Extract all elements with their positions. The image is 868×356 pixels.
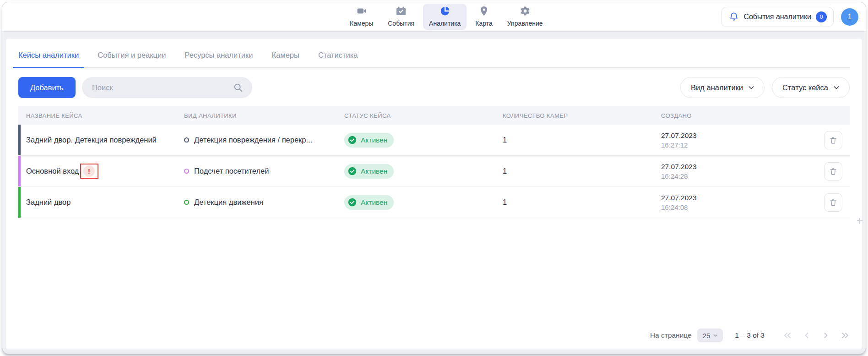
status-label: Активен — [361, 198, 387, 207]
main-navigation: Камеры События Аналитика Карта — [344, 2, 549, 31]
check-circle-icon — [347, 197, 357, 207]
column-header-created: СОЗДАНО — [653, 112, 824, 119]
search-box — [82, 77, 252, 98]
delete-case-button[interactable] — [824, 162, 842, 181]
case-name: Основной вход — [26, 167, 79, 175]
search-icon[interactable] — [233, 82, 243, 94]
add-button[interactable]: Добавить — [18, 77, 76, 98]
toolbar: Добавить Вид аналитики Статус кейса — [18, 77, 850, 98]
map-pin-icon — [478, 5, 489, 18]
analytics-type-ring-icon — [184, 200, 189, 205]
status-badge: Активен — [344, 195, 394, 210]
created-date: 27.07.2023 — [661, 131, 697, 140]
top-bar-right: События аналитики 0 1 — [721, 2, 858, 31]
last-page-button[interactable] — [841, 331, 850, 340]
case-name: Задний двор. Детекция повреждений — [26, 136, 157, 144]
tab-bar: Кейсы аналитики События и реакции Ресурс… — [18, 38, 850, 68]
pagers — [783, 331, 850, 340]
nav-item-cameras[interactable]: Камеры — [344, 4, 379, 30]
tab-cameras[interactable]: Камеры — [272, 51, 299, 67]
analytics-type-label: Подсчет посетителей — [194, 167, 269, 175]
error-exclamation-icon: ! — [83, 165, 95, 177]
nav-label: Карта — [475, 20, 492, 27]
status-badge: Активен — [344, 133, 394, 148]
events-button-label: События аналитики — [743, 13, 811, 21]
table-row[interactable]: Основной вход ! Подсчет посетителей Акти… — [18, 156, 850, 187]
per-page-select[interactable]: 25 — [697, 329, 723, 342]
nav-item-events[interactable]: События — [382, 4, 420, 30]
top-bar: Камеры События Аналитика Карта — [2, 2, 866, 32]
trash-icon — [829, 136, 837, 144]
content-card: Кейсы аналитики События и реакции Ресурс… — [5, 38, 863, 350]
case-name: Задний двор — [26, 198, 71, 207]
status-badge: Активен — [344, 164, 394, 179]
delete-case-button[interactable] — [824, 193, 842, 212]
nav-item-map[interactable]: Карта — [469, 4, 498, 30]
prev-page-button[interactable] — [802, 331, 811, 340]
chevron-down-icon — [833, 84, 840, 91]
first-page-button[interactable] — [783, 331, 792, 340]
nav-label: Камеры — [350, 20, 373, 27]
filter-label: Вид аналитики — [691, 83, 743, 92]
camera-count: 1 — [495, 136, 653, 144]
status-label: Активен — [361, 136, 387, 144]
chevron-down-icon — [713, 333, 718, 338]
bell-icon — [729, 12, 739, 22]
app-window: Камеры События Аналитика Карта — [2, 2, 866, 354]
check-circle-icon — [347, 166, 357, 176]
nav-label: Управление — [507, 20, 543, 27]
created-time: 16:24:08 — [661, 203, 697, 211]
table-header: НАЗВАНИЕ КЕЙСА ВИД АНАЛИТИКИ СТАТУС КЕЙС… — [18, 106, 850, 125]
trash-icon — [829, 167, 837, 175]
nav-item-analytics[interactable]: Аналитика — [423, 4, 467, 30]
analytics-type-ring-icon — [184, 169, 189, 174]
pagination-bar: На странице 25 1 – 3 of 3 — [18, 322, 850, 350]
table-row[interactable]: Задний двор. Детекция повреждений Детекц… — [18, 125, 850, 156]
row-accent-strip — [18, 156, 21, 186]
nav-label: События — [388, 20, 414, 27]
avatar[interactable]: 1 — [841, 8, 858, 26]
column-header-status: СТАТУС КЕЙСА — [336, 112, 495, 119]
alert-highlight-box: ! — [80, 164, 98, 179]
camera-count: 1 — [495, 167, 653, 175]
filter-label: Статус кейса — [782, 83, 828, 92]
per-page-value: 25 — [703, 332, 711, 340]
row-accent-strip — [18, 125, 21, 155]
delete-case-button[interactable] — [824, 131, 842, 149]
gear-icon — [520, 5, 531, 18]
column-header-cameras: КОЛИЧЕСТВО КАМЕР — [495, 112, 653, 119]
check-circle-icon — [347, 135, 357, 145]
camera-icon — [356, 5, 367, 18]
tab-analytics-resources[interactable]: Ресурсы аналитики — [184, 51, 253, 67]
tab-events-reactions[interactable]: События и реакции — [98, 51, 166, 67]
row-accent-strip — [18, 187, 21, 218]
search-input[interactable] — [82, 77, 252, 98]
camera-count: 1 — [495, 198, 653, 207]
pie-chart-icon — [439, 5, 450, 18]
created-date: 27.07.2023 — [661, 194, 697, 202]
analytics-type-label: Детекция повреждения / перекр... — [194, 136, 312, 144]
chevron-down-icon — [748, 84, 755, 91]
tab-analytics-cases[interactable]: Кейсы аналитики — [18, 51, 79, 67]
cases-table: НАЗВАНИЕ КЕЙСА ВИД АНАЛИТИКИ СТАТУС КЕЙС… — [18, 106, 850, 218]
calendar-check-icon — [396, 5, 407, 18]
nav-label: Аналитика — [429, 20, 461, 27]
created-time: 16:27:12 — [661, 141, 697, 149]
events-count-badge: 0 — [816, 11, 827, 22]
mouse-cursor-artifact — [857, 218, 863, 224]
status-label: Активен — [361, 167, 387, 175]
analytics-type-ring-icon — [184, 137, 189, 142]
created-time: 16:24:28 — [661, 172, 697, 180]
analytics-events-button[interactable]: События аналитики 0 — [721, 7, 834, 27]
column-header-type: ВИД АНАЛИТИКИ — [176, 112, 336, 119]
analytics-type-label: Детекция движения — [194, 198, 263, 207]
tab-statistics[interactable]: Статистика — [318, 51, 358, 67]
pagination-range: 1 – 3 of 3 — [735, 331, 765, 340]
next-page-button[interactable] — [821, 331, 830, 340]
analytics-type-filter[interactable]: Вид аналитики — [680, 77, 765, 98]
per-page-label: На странице — [650, 331, 692, 340]
table-row[interactable]: Задний двор Детекция движения Активен 1 … — [18, 187, 850, 218]
column-header-name: НАЗВАНИЕ КЕЙСА — [18, 112, 176, 119]
case-status-filter[interactable]: Статус кейса — [772, 77, 850, 98]
nav-item-management[interactable]: Управление — [501, 4, 549, 30]
